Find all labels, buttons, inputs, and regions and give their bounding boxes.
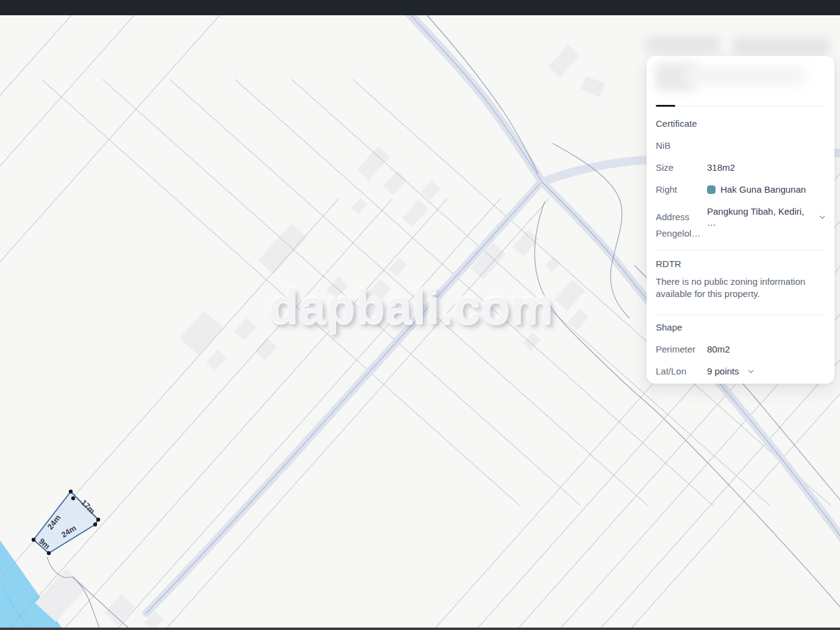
size-label: Size <box>656 162 707 173</box>
chevron-down-icon[interactable] <box>819 215 825 219</box>
latlon-label: Lat/Lon <box>656 366 707 377</box>
address-label: Address <box>656 212 707 223</box>
rdtr-message: There is no public zoning information av… <box>656 276 824 300</box>
browser-top-bar <box>0 0 840 15</box>
size-row: Size 318m2 <box>656 162 825 173</box>
nib-row: NiB <box>656 140 825 151</box>
latlon-value[interactable]: 9 points <box>707 366 739 377</box>
section-divider <box>656 315 826 315</box>
active-tab-indicator[interactable] <box>656 105 675 107</box>
pengelola-row: Pengelol… <box>656 228 825 239</box>
perimeter-label: Perimeter <box>656 344 707 355</box>
pengelola-label: Pengelol… <box>656 228 707 239</box>
right-value: Hak Guna Bangunan <box>720 184 806 195</box>
perimeter-row: Perimeter 80m2 <box>656 344 825 355</box>
tab-divider <box>656 106 826 107</box>
bottom-window-edge <box>0 628 840 630</box>
perimeter-value: 80m2 <box>707 344 730 355</box>
address-value[interactable]: Pangkung Tibah, Kediri, … <box>707 206 811 228</box>
property-info-panel: Certificate NiB Size 318m2 Right Hak Gun… <box>647 56 835 384</box>
right-type-swatch <box>707 185 716 194</box>
latlon-row[interactable]: Lat/Lon 9 points <box>656 366 825 377</box>
blurred-control[interactable] <box>733 38 830 54</box>
certificate-section-title: Certificate <box>656 118 697 129</box>
blurred-panel-subtitle <box>683 67 805 84</box>
chevron-down-icon[interactable] <box>748 370 754 373</box>
blurred-control[interactable] <box>645 37 720 53</box>
shape-section-title: Shape <box>656 322 682 333</box>
right-row: Right Hak Guna Bangunan <box>656 184 825 195</box>
size-value: 318m2 <box>707 162 735 173</box>
section-divider <box>656 250 826 251</box>
map-app: { "panel": { "certificate": { "title": "… <box>0 0 840 630</box>
rdtr-section-title: RDTR <box>656 259 681 270</box>
nib-label: NiB <box>656 140 707 151</box>
right-label: Right <box>656 184 707 195</box>
address-row[interactable]: Address Pangkung Tibah, Kediri, … <box>656 206 825 228</box>
